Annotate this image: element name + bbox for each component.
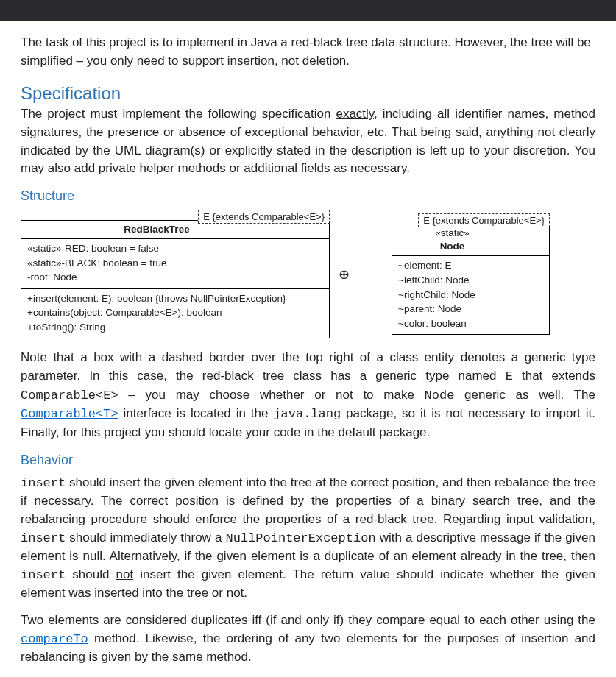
beh-text: should immediately throw a	[66, 531, 225, 545]
spec-exactly: exactly	[336, 107, 374, 121]
behavior-heading: Behavior	[21, 453, 595, 468]
uml-name-right: Node	[440, 241, 465, 252]
code-npe: NullPointerException	[226, 531, 376, 545]
document-page: The task of this project is to implement…	[0, 21, 616, 677]
uml-title-right: «static» Node	[392, 224, 549, 256]
uml-attr: -root: Node	[27, 270, 323, 285]
uml-attr: ~element: E	[398, 258, 543, 273]
nested-class-connector-icon: ⊕	[336, 266, 352, 283]
generic-tag-left: E {extends Comparable<E>}	[198, 210, 330, 224]
generic-tag-right: E {extends Comparable<E>}	[418, 213, 550, 227]
beh-text: should	[66, 567, 116, 581]
code-comparable-e: Comparable<E>	[21, 389, 118, 403]
code-insert: insert	[21, 531, 66, 545]
beh2-text: Two elements are considered duplicates i…	[21, 613, 595, 627]
uml-attr: ~parent: Node	[398, 302, 543, 316]
note-text: interface is located in the	[118, 406, 274, 420]
uml-op: +insert(element: E): boolean {throws Nul…	[27, 291, 323, 306]
specification-heading: Specification	[21, 83, 595, 104]
note-text: that extends	[513, 369, 595, 383]
note-text: – you may choose whether or not to make	[118, 388, 425, 402]
behavior-paragraph-2: Two elements are considered duplicates i…	[21, 612, 595, 667]
uml-attr: ~color: boolean	[398, 316, 543, 331]
uml-stereotype: «static»	[400, 227, 505, 240]
link-compareto[interactable]: compareTo	[21, 632, 88, 646]
uml-diagram: E {extends Comparable<E>} RedBlackTree «…	[21, 210, 595, 339]
behavior-paragraph-1: insert should insert the given element i…	[21, 474, 595, 603]
specification-paragraph: The project must implement the following…	[21, 105, 595, 178]
code-java-lang: java.lang	[273, 407, 341, 421]
uml-ops-left: +insert(element: E): boolean {throws Nul…	[21, 289, 329, 338]
code-E: E	[506, 369, 513, 383]
uml-class-node: E {extends Comparable<E>} «static» Node …	[392, 213, 550, 335]
note-text: generic as well. The	[454, 388, 595, 402]
beh2-text: method. Likewise, the ordering of any tw…	[21, 631, 595, 664]
code-node: Node	[425, 389, 455, 403]
uml-attr: «static»-BLACK: boolean = true	[27, 256, 323, 271]
top-dark-bar	[0, 0, 616, 21]
code-insert: insert	[21, 476, 66, 490]
intro-paragraph: The task of this project is to implement…	[21, 34, 595, 70]
uml-op: +toString(): String	[27, 320, 323, 335]
link-comparable-t[interactable]: Comparable<T>	[21, 407, 118, 421]
structure-heading: Structure	[21, 188, 595, 204]
underline-not: not	[116, 567, 134, 581]
uml-attr: «static»-RED: boolean = false	[27, 241, 323, 256]
code-insert: insert	[21, 568, 66, 582]
uml-attr: ~leftChild: Node	[398, 273, 543, 288]
structure-note-paragraph: Note that a box with a dashed border ove…	[21, 349, 595, 442]
uml-attr: ~rightChild: Node	[398, 288, 543, 302]
uml-attrs-left: «static»-RED: boolean = false «static»-B…	[21, 239, 329, 289]
spec-text-pre: The project must implement the following…	[21, 107, 336, 121]
beh-text: should insert the given element into the…	[21, 475, 595, 526]
uml-op: +contains(object: Comparable<E>): boolea…	[27, 305, 323, 320]
uml-attrs-right: ~element: E ~leftChild: Node ~rightChild…	[392, 256, 549, 334]
uml-class-redblacktree: E {extends Comparable<E>} RedBlackTree «…	[21, 210, 330, 339]
